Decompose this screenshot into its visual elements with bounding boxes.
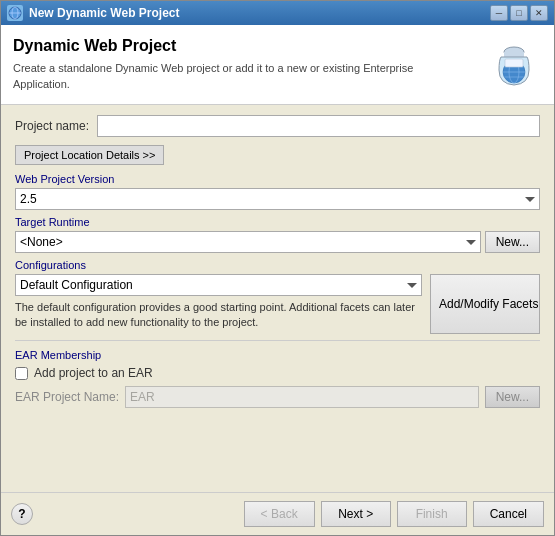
configurations-select[interactable]: Default Configuration [15,274,422,296]
minimize-button[interactable]: ─ [490,5,508,21]
header-title: Dynamic Web Project [13,37,486,55]
svg-rect-4 [504,52,524,57]
footer-left: ? [11,503,33,525]
new-runtime-button[interactable]: New... [485,231,540,253]
main-content: Project name: Project Location Details >… [1,105,554,492]
header-icon-container [486,37,542,93]
project-name-row: Project name: [15,115,540,137]
finish-button[interactable]: Finish [397,501,467,527]
window-icon [7,5,23,21]
globe-icon [489,40,539,90]
window-title: New Dynamic Web Project [29,6,180,20]
close-button[interactable]: ✕ [530,5,548,21]
target-runtime-select[interactable]: <None> [15,231,481,253]
cancel-button[interactable]: Cancel [473,501,544,527]
config-left: Default Configuration The default config… [15,274,422,331]
next-button[interactable]: Next > [321,501,391,527]
ear-project-name-row: EAR Project Name: EAR New... [15,386,540,408]
web-project-version-row: 2.5 2.4 2.3 [15,188,540,210]
ear-project-name-select: EAR [125,386,479,408]
title-bar-controls: ─ □ ✕ [490,5,548,21]
project-name-input[interactable] [97,115,540,137]
maximize-button[interactable]: □ [510,5,528,21]
ear-project-name-label: EAR Project Name: [15,390,119,404]
project-location-btn[interactable]: Project Location Details >> [15,145,164,165]
help-button[interactable]: ? [11,503,33,525]
svg-rect-10 [505,59,523,67]
configurations-row: Default Configuration The default config… [15,274,540,334]
header-section: Dynamic Web Project Create a standalone … [1,25,554,105]
web-project-version-select[interactable]: 2.5 2.4 2.3 [15,188,540,210]
add-project-ear-checkbox[interactable] [15,367,28,380]
configurations-label: Configurations [15,259,540,271]
target-runtime-label: Target Runtime [15,216,540,228]
footer-right: < Back Next > Finish Cancel [244,501,544,527]
configurations-description: The default configuration provides a goo… [15,300,422,331]
add-modify-facets-button[interactable]: Add/Modify Facets [430,274,540,334]
title-bar: New Dynamic Web Project ─ □ ✕ [1,1,554,25]
header-text: Dynamic Web Project Create a standalone … [13,37,486,92]
back-button[interactable]: < Back [244,501,315,527]
target-runtime-row: <None> New... [15,231,540,253]
ear-membership-section: EAR Membership Add project to an EAR EAR… [15,349,540,408]
header-description: Create a standalone Dynamic Web project … [13,61,433,92]
footer: ? < Back Next > Finish Cancel [1,492,554,535]
web-project-version-label: Web Project Version [15,173,540,185]
ear-membership-label: EAR Membership [15,349,540,361]
add-project-ear-label: Add project to an EAR [34,366,153,380]
project-name-label: Project name: [15,119,89,133]
ear-new-button: New... [485,386,540,408]
title-bar-left: New Dynamic Web Project [7,5,180,21]
add-project-ear-row: Add project to an EAR [15,366,540,380]
main-window: New Dynamic Web Project ─ □ ✕ Dynamic We… [0,0,555,536]
separator [15,340,540,341]
